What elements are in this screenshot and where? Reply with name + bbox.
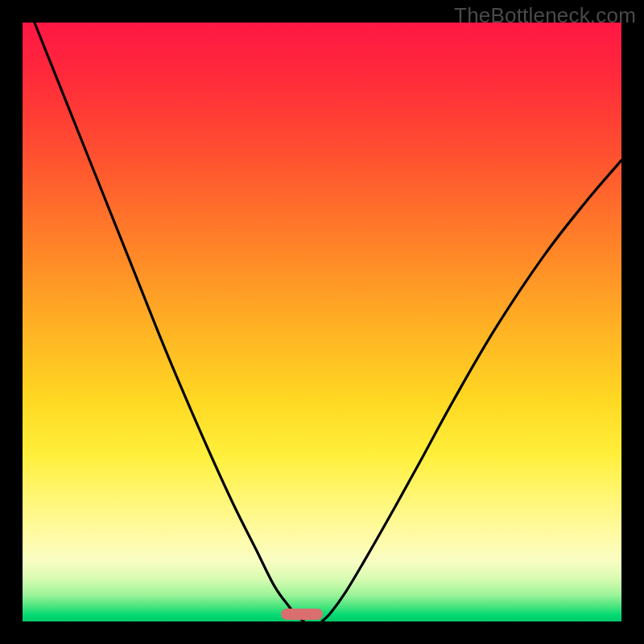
chart-frame: TheBottleneck.com — [0, 0, 644, 644]
plot-area — [23, 23, 621, 621]
bottleneck-marker — [281, 609, 323, 620]
left-curve — [35, 23, 304, 621]
curve-layer — [23, 23, 621, 621]
watermark-text: TheBottleneck.com — [454, 3, 636, 28]
right-curve — [322, 160, 621, 621]
